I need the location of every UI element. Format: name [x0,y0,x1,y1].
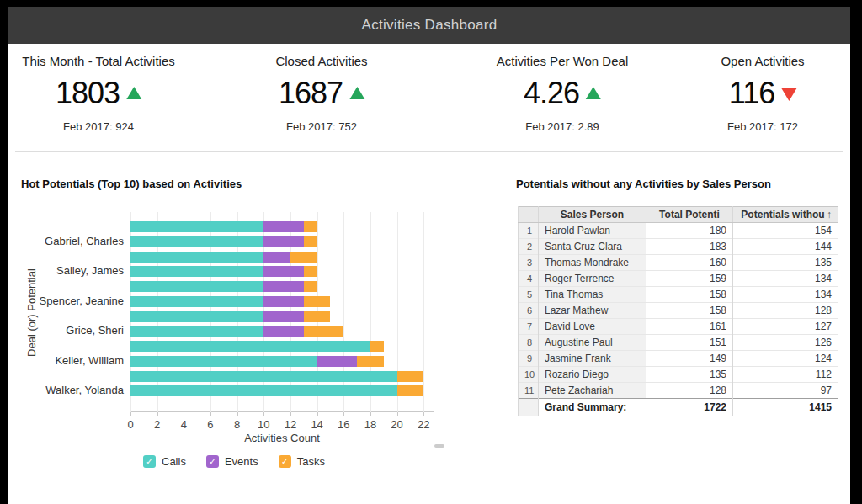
events-segment[interactable] [263,252,290,263]
calls-segment[interactable] [130,266,263,277]
legend-checkbox-icon: ✓ [279,455,291,468]
calls-segment[interactable] [130,341,370,352]
table-row[interactable]: 2Santa Cruz Clara183144 [519,239,838,255]
kpi-card: Activities Per Won Deal4.26Feb 2017: 2.8… [497,54,628,133]
column-header-sales-person[interactable]: Sales Person [539,207,646,223]
tasks-segment[interactable] [304,221,317,232]
kpi-title: This Month - Total Activities [22,54,174,68]
table-row[interactable]: 9Jasmine Frank149124 [519,351,838,367]
tasks-segment[interactable] [304,236,317,247]
axis-tick [237,412,238,416]
cell-sales-person: Santa Cruz Clara [539,239,646,255]
axis-tick [370,412,371,416]
bar-row [130,311,330,322]
bar-row [130,326,343,337]
column-header-index[interactable] [519,207,539,223]
table-row[interactable]: 6Lazar Mathew158128 [519,303,838,319]
axis-tick-label: 12 [280,418,301,431]
tasks-segment[interactable] [304,296,331,307]
legend-item-events[interactable]: ✓Events [206,455,258,468]
cell-sales-person: Pete Zachariah [539,383,646,399]
cell-potentials-without: 112 [733,367,838,383]
events-segment[interactable] [263,266,303,277]
calls-segment[interactable] [130,326,263,337]
row-index: 8 [519,335,539,351]
summary-without: 1415 [733,399,838,416]
cell-potentials-without: 134 [733,287,838,303]
tasks-segment[interactable] [304,281,317,292]
gridline [397,212,398,412]
table-header-row: Sales Person Total Potenti ↑ Potentials … [519,207,838,223]
legend-item-calls[interactable]: ✓Calls [143,455,186,468]
bar-row [130,341,384,352]
axis-tick [343,412,344,416]
calls-segment[interactable] [130,385,397,396]
calls-segment[interactable] [130,371,397,382]
cell-sales-person: Thomas Mondrake [539,255,646,271]
tasks-segment[interactable] [304,266,317,277]
events-segment[interactable] [263,236,303,247]
calls-segment[interactable] [130,236,263,247]
cell-sales-person: Rozario Diego [539,367,646,383]
table-row[interactable]: 8Augustine Paul151126 [519,335,838,351]
events-segment[interactable] [317,356,357,367]
axis-tick-label: 10 [253,418,274,431]
sales-person-table: Sales Person Total Potenti ↑ Potentials … [518,206,838,416]
row-index: 2 [519,239,539,255]
kpi-card: Open Activities116Feb 2017: 172 [721,54,804,133]
row-index: 6 [519,303,539,319]
events-segment[interactable] [263,221,303,232]
tasks-segment[interactable] [304,326,343,337]
events-segment[interactable] [263,326,303,337]
legend-item-tasks[interactable]: ✓Tasks [279,455,325,468]
table-row[interactable]: 1Harold Pawlan180154 [519,223,838,239]
axis-tick [423,412,424,416]
summary-row: Grand Summary: 1722 1415 [519,399,838,416]
trend-up-icon [349,87,364,99]
tasks-segment[interactable] [397,371,424,382]
tasks-segment[interactable] [370,341,384,352]
cell-total-potentials: 180 [646,223,733,239]
gridline [423,212,424,412]
tasks-segment[interactable] [397,385,424,396]
column-header-potentials-without[interactable]: ↑ Potentials withou [733,207,838,223]
y-axis-category-label: Gabriel, Charles [18,235,124,247]
table-row[interactable]: 3Thomas Mondrake160135 [519,255,838,271]
tasks-segment[interactable] [304,311,331,322]
sort-ascending-icon[interactable]: ↑ [827,209,832,220]
gridline [343,212,344,412]
column-header-total-potentials[interactable]: Total Potenti [646,207,733,223]
table-row[interactable]: 7David Love161127 [519,319,838,335]
calls-segment[interactable] [130,281,263,292]
table-row[interactable]: 10Rozario Diego135112 [519,367,838,383]
calls-segment[interactable] [130,221,263,232]
events-segment[interactable] [263,296,303,307]
table-row[interactable]: 4Roger Terrence159134 [519,271,838,287]
row-index: 1 [519,223,539,239]
calls-segment[interactable] [130,296,263,307]
cell-sales-person: Roger Terrence [539,271,646,287]
legend-checkbox-icon: ✓ [206,455,219,468]
cell-total-potentials: 183 [646,239,733,255]
cell-potentials-without: 97 [733,383,838,399]
chart-legend: ✓Calls✓Events✓Tasks [143,455,325,468]
table-row[interactable]: 11Pete Zachariah12897 [519,383,838,399]
calls-segment[interactable] [130,356,317,367]
events-segment[interactable] [263,311,303,322]
cell-potentials-without: 134 [733,271,838,287]
trend-down-icon [781,88,796,101]
cell-sales-person: David Love [539,319,646,335]
table-row[interactable]: 5Tina Thomas158134 [519,287,838,303]
bar-row [130,266,317,277]
horizontal-scrollbar[interactable] [434,444,444,448]
axis-tick [184,412,184,416]
kpi-subvalue: Feb 2017: 752 [275,120,367,133]
calls-segment[interactable] [130,252,263,263]
tasks-segment[interactable] [290,252,317,263]
kpi-title: Closed Activities [275,54,367,68]
events-segment[interactable] [263,281,303,292]
row-index: 4 [519,271,539,287]
calls-segment[interactable] [130,311,263,322]
tasks-segment[interactable] [357,356,384,367]
bar-row [130,281,317,292]
